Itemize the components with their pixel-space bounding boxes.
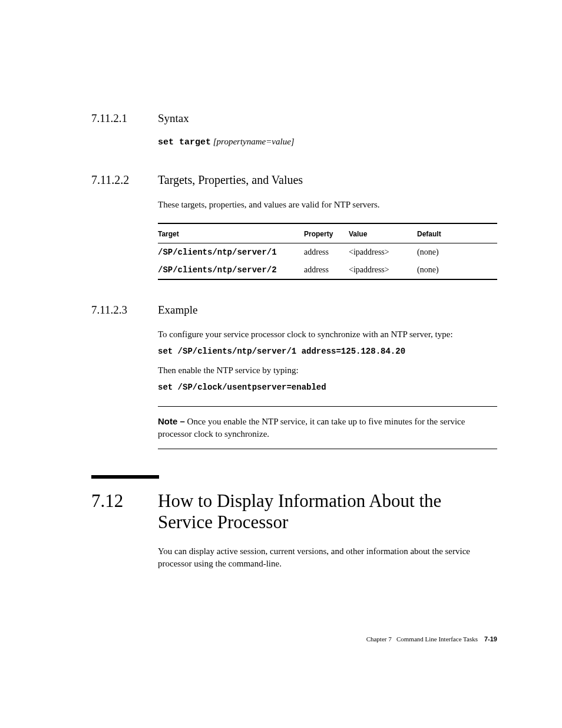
- section-header: 7.11.2.1 Syntax: [91, 112, 497, 125]
- table-header-row: Target Property Value Default: [158, 224, 497, 243]
- syntax-line: set target [propertyname=value]: [158, 137, 497, 147]
- table-row: /SP/clients/ntp/server/2 address <ipaddr…: [158, 261, 497, 279]
- cell-target: /SP/clients/ntp/server/2: [158, 265, 304, 275]
- footer-title: Command Line Interface Tasks: [396, 635, 478, 643]
- section-targets: 7.11.2.2 Targets, Properties, and Values…: [91, 173, 497, 280]
- section-number: 7.11.2.1: [91, 112, 158, 125]
- note-text: Once you enable the NTP service, it can …: [158, 417, 465, 439]
- cell-target: /SP/clients/ntp/server/1: [158, 248, 304, 257]
- col-header-default: Default: [417, 230, 497, 238]
- properties-table: Target Property Value Default /SP/client…: [158, 223, 497, 280]
- col-header-value: Value: [349, 230, 417, 238]
- section-title: Example: [158, 304, 198, 317]
- paragraph: Then enable the NTP service by typing:: [158, 364, 497, 377]
- footer-chapter: Chapter 7: [366, 635, 392, 643]
- major-section-number: 7.12: [91, 490, 158, 512]
- section-number: 7.11.2.2: [91, 173, 158, 187]
- syntax-argument: [propertyname=value]: [213, 137, 295, 146]
- table-row: /SP/clients/ntp/server/1 address <ipaddr…: [158, 243, 497, 261]
- cell-default: (none): [417, 248, 497, 257]
- syntax-command: set target: [158, 137, 211, 147]
- section-title: Targets, Properties, and Values: [158, 173, 303, 187]
- col-header-target: Target: [158, 230, 304, 238]
- paragraph: These targets, properties, and values ar…: [158, 199, 497, 211]
- paragraph: To configure your service processor cloc…: [158, 328, 497, 341]
- cell-value: <ipaddress>: [349, 265, 417, 275]
- major-section-title: How to Display Information About the Ser…: [158, 490, 497, 532]
- page-footer: Chapter 7 Command Line Interface Tasks 7…: [366, 635, 497, 643]
- section-rule: [91, 475, 159, 479]
- section-number: 7.11.2.3: [91, 304, 158, 317]
- example-command: set /SP/clock/usentpserver=enabled: [158, 383, 497, 392]
- section-header: 7.11.2.3 Example: [91, 304, 497, 317]
- section-header: 7.11.2.2 Targets, Properties, and Values: [91, 173, 497, 187]
- section-example: 7.11.2.3 Example To configure your servi…: [91, 304, 497, 449]
- paragraph: You can display active session, current …: [158, 545, 497, 570]
- section-syntax: 7.11.2.1 Syntax set target [propertyname…: [91, 112, 497, 147]
- example-command: set /SP/clients/ntp/server/1 address=125…: [158, 347, 497, 356]
- col-header-property: Property: [304, 230, 349, 238]
- note-label: Note –: [158, 416, 185, 426]
- cell-property: address: [304, 248, 349, 257]
- cell-default: (none): [417, 265, 497, 275]
- cell-value: <ipaddress>: [349, 248, 417, 257]
- cell-property: address: [304, 265, 349, 275]
- section-title: Syntax: [158, 112, 189, 125]
- footer-page-number: 7-19: [484, 635, 497, 643]
- note-block: Note – Once you enable the NTP service, …: [158, 406, 497, 449]
- major-section-header: 7.12 How to Display Information About th…: [0, 490, 562, 532]
